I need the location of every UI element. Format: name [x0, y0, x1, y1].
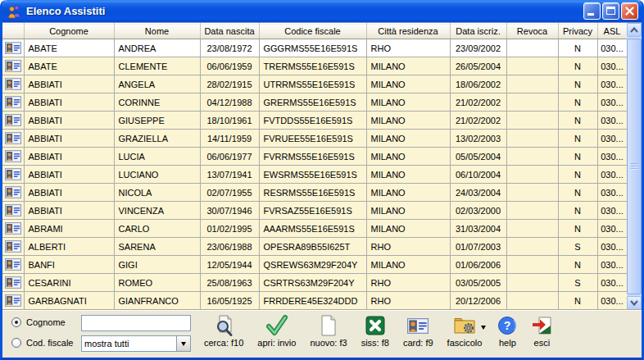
column-header-data-iscriz[interactable]: Data iscriz.	[450, 24, 506, 39]
contact-card-icon	[5, 186, 21, 198]
title-bar[interactable]: Elenco Assistiti	[2, 0, 642, 22]
table-body: ABATE ANDREA 23/08/1972 GGGRMS55E16E591S…	[2, 39, 627, 310]
cell-revoca	[506, 274, 558, 292]
apri-button[interactable]: apri: invio	[257, 314, 296, 348]
nuovo-label: nuovo: f3	[310, 338, 347, 348]
cell-cognome: ABATE	[24, 57, 114, 75]
cell-citta-residenza: MILANO	[366, 148, 450, 166]
scrollbar-up-button[interactable]	[627, 23, 642, 37]
app-people-icon	[7, 4, 22, 19]
table-row[interactable]: ABBIATI NICOLA 02/07/1955 RESRMS55E16E59…	[2, 184, 627, 202]
folder-gear-icon	[453, 314, 476, 337]
cell-data-nascita: 06/06/1959	[200, 57, 259, 75]
column-header-cognome[interactable]: Cognome	[24, 24, 114, 39]
table-row[interactable]: ABBIATI GRAZIELLA 14/11/1959 FVRUEE55E16…	[2, 130, 627, 148]
table-row[interactable]: ABBIATI GIUSEPPE 18/10/1961 FVTDDS55E16E…	[2, 112, 627, 130]
cell-codice-fiscale: GRERMS55E16E591S	[259, 93, 366, 112]
cell-data-iscriz: 24/03/2004	[450, 184, 506, 202]
record-card-icon-cell[interactable]	[2, 39, 24, 57]
column-header-codice-fiscale[interactable]: Codice fiscale	[259, 24, 366, 39]
fascicolo-button[interactable]: fascicolo	[447, 314, 483, 348]
column-header-data-nascita[interactable]: Data nascita	[200, 24, 259, 39]
maximize-icon	[606, 7, 615, 15]
cell-cognome: ABBIATI	[24, 148, 114, 166]
nuovo-button[interactable]: nuovo: f3	[310, 314, 347, 348]
help-button[interactable]: ? help	[497, 314, 517, 348]
radio-cognome[interactable]	[11, 317, 21, 327]
cell-data-nascita: 23/08/1972	[200, 39, 259, 57]
fascicolo-dropdown-arrow[interactable]	[481, 326, 486, 332]
scrollbar-down-button[interactable]	[627, 296, 642, 310]
filter-combobox-value: mostra tutti	[82, 339, 176, 349]
record-card-icon-cell[interactable]	[2, 148, 24, 166]
cell-revoca	[506, 238, 558, 256]
maximize-button[interactable]	[602, 2, 619, 20]
cell-revoca	[506, 148, 558, 166]
table-row[interactable]: ABBIATI CORINNE 04/12/1988 GRERMS55E16E5…	[2, 93, 627, 112]
record-card-icon-cell[interactable]	[2, 238, 24, 256]
record-card-icon-cell[interactable]	[2, 112, 24, 130]
cell-nome: NICOLA	[114, 184, 200, 202]
cell-data-nascita: 04/12/1988	[200, 93, 259, 112]
record-card-icon-cell[interactable]	[2, 274, 24, 292]
table-row[interactable]: ABBIATI LUCIA 06/06/1977 FVRRMS55E16E591…	[2, 148, 627, 166]
column-header-revoca[interactable]: Revoca	[506, 24, 558, 39]
cell-privacy: N	[558, 220, 597, 238]
table-row[interactable]: ABRAMI CARLO 01/02/1995 AAARMS55E16E591S…	[2, 220, 627, 238]
filter-combobox[interactable]: mostra tutti	[81, 335, 191, 352]
esci-label: esci	[534, 338, 551, 348]
scrollbar-thumb[interactable]	[627, 39, 642, 294]
record-card-icon-cell[interactable]	[2, 93, 24, 112]
column-header-citta-residenza[interactable]: Città residenza	[366, 24, 450, 39]
column-header-privacy[interactable]: Privacy	[558, 24, 597, 39]
record-card-icon-cell[interactable]	[2, 57, 24, 75]
siss-button[interactable]: siss: f8	[361, 314, 389, 348]
cell-data-iscriz: 01/07/2003	[450, 238, 506, 256]
table-row[interactable]: ABBIATI VINCENZA 30/07/1946 FVRSAZ55E16E…	[2, 202, 627, 220]
cell-privacy: N	[558, 130, 597, 148]
record-card-icon-cell[interactable]	[2, 166, 24, 184]
table-row[interactable]: ABBIATI LUCIANO 13/07/1941 EWSRMS55E16E5…	[2, 166, 627, 184]
card-button[interactable]: card: f9	[403, 314, 433, 348]
table-row[interactable]: ABBIATI ANGELA 28/02/1915 UTRRMS55E16E59…	[2, 75, 627, 93]
table-row[interactable]: ABATE ANDREA 23/08/1972 GGGRMS55E16E591S…	[2, 39, 627, 57]
cell-nome: GIANFRANCO	[114, 292, 200, 310]
record-card-icon-cell[interactable]	[2, 75, 24, 93]
table-row[interactable]: ABATE CLEMENTE 06/06/1959 TRERMS55E16E59…	[2, 57, 627, 75]
cell-revoca	[506, 93, 558, 112]
record-card-icon-cell[interactable]	[2, 292, 24, 310]
close-button[interactable]	[621, 2, 638, 20]
table-row[interactable]: BANFI GIGI 12/05/1944 QSREWS63M29F204Y M…	[2, 256, 627, 274]
column-header-icon[interactable]	[2, 24, 24, 39]
cell-privacy: N	[558, 292, 597, 310]
record-card-icon-cell[interactable]	[2, 184, 24, 202]
vertical-scrollbar-track[interactable]	[627, 23, 642, 310]
contact-card-icon	[5, 78, 21, 90]
record-card-icon-cell[interactable]	[2, 202, 24, 220]
cell-data-iscriz: 13/02/2003	[450, 130, 506, 148]
combobox-dropdown-button[interactable]	[176, 336, 190, 351]
contact-card-icon	[5, 168, 21, 180]
column-header-asl[interactable]: ASL	[597, 24, 627, 39]
cerca-button[interactable]: cerca: f10	[204, 314, 243, 348]
table-row[interactable]: ALBERTI SARENA 23/06/1988 OPESRA89B55I62…	[2, 238, 627, 256]
cell-citta-residenza: MILANO	[366, 130, 450, 148]
column-header-nome[interactable]: Nome	[114, 24, 200, 39]
cell-asl: 030...	[597, 238, 627, 256]
minimize-button[interactable]	[583, 2, 601, 20]
search-input[interactable]	[81, 315, 191, 331]
cell-revoca	[506, 220, 558, 238]
esci-button[interactable]: esci	[531, 314, 552, 348]
cell-nome: LUCIA	[114, 148, 200, 166]
chevron-down-icon	[181, 342, 186, 349]
cell-data-nascita: 06/06/1977	[200, 148, 259, 166]
record-card-icon-cell[interactable]	[2, 220, 24, 238]
radio-cod-fiscale[interactable]	[11, 338, 21, 348]
table-row[interactable]: CESARINI ROMEO 25/08/1963 CSRTRS63M29F20…	[2, 274, 627, 292]
cell-revoca	[506, 75, 558, 93]
table-row[interactable]: GARBAGNATI GIANFRANCO 16/05/1925 FRRDERE…	[2, 292, 627, 310]
record-card-icon-cell[interactable]	[2, 256, 24, 274]
cell-data-iscriz: 20/12/2006	[450, 292, 506, 310]
contact-card-icon	[5, 42, 21, 54]
record-card-icon-cell[interactable]	[2, 130, 24, 148]
